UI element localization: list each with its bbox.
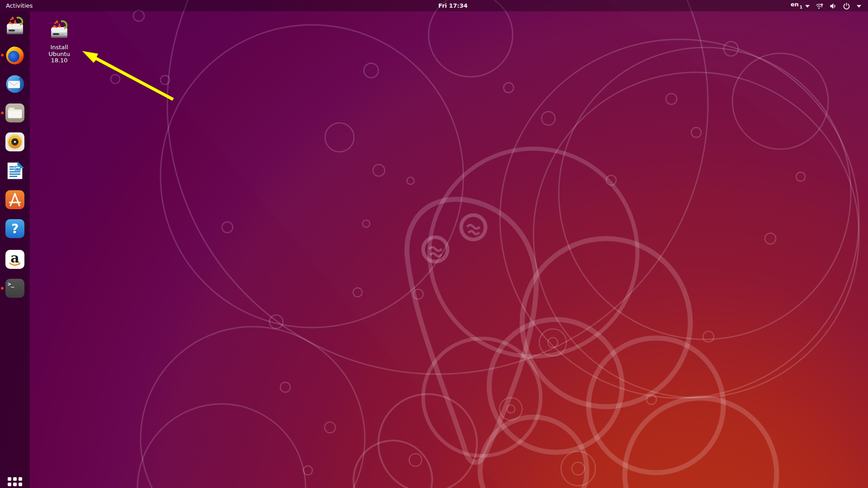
volume-icon[interactable] [829, 2, 837, 10]
ubuntu-software-icon [4, 189, 26, 211]
dock-item-thunderbird[interactable] [4, 73, 26, 95]
language-index: 1 [800, 1, 802, 13]
language-code: en [791, 0, 799, 10]
libreoffice-writer-icon [4, 160, 26, 182]
top-bar: Activities Fri 17:34 en1 ? [0, 0, 868, 11]
desktop-icon-install-ubuntu[interactable]: Install Ubuntu 18.10 [43, 19, 75, 64]
tray-chevron-down-icon[interactable] [856, 2, 862, 10]
rhythmbox-icon [4, 131, 26, 153]
amazon-icon [4, 249, 26, 270]
dock-item-firefox[interactable] [4, 44, 26, 66]
firefox-icon [4, 44, 26, 66]
svg-text:?: ? [821, 3, 823, 8]
app-grid-dot [19, 483, 22, 486]
dock-item-installer[interactable] [4, 15, 26, 37]
desktop-background[interactable] [0, 0, 868, 488]
app-grid-dot [13, 477, 17, 481]
show-applications-button[interactable] [8, 477, 22, 488]
app-grid-dot [8, 477, 11, 481]
running-indicator [1, 287, 4, 290]
system-tray: en1 ? [791, 0, 862, 12]
running-indicator [1, 54, 4, 56]
dock-item-software[interactable] [4, 189, 26, 211]
network-question-icon[interactable]: ? [816, 2, 823, 10]
thunderbird-icon [4, 73, 26, 95]
dock [0, 11, 30, 488]
files-icon [4, 102, 26, 124]
dock-item-files[interactable] [4, 102, 26, 124]
activities-button[interactable]: Activities [6, 0, 33, 12]
app-grid-dot [8, 483, 11, 486]
running-indicator [1, 112, 4, 114]
dock-item-rhythmbox[interactable] [4, 131, 26, 153]
clock[interactable]: Fri 17:34 [439, 0, 468, 12]
help-icon [4, 218, 26, 239]
app-grid-dot [19, 477, 22, 481]
desktop-icon-label: Install Ubuntu 18.10 [43, 44, 75, 64]
terminal-icon [4, 277, 26, 299]
dock-item-writer[interactable] [4, 160, 26, 182]
wallpaper-cuttlefish-art [0, 0, 868, 488]
ubuntu-installer-icon [4, 15, 26, 37]
language-caret-icon [805, 5, 810, 8]
dock-item-terminal[interactable] [4, 277, 26, 299]
dock-item-amazon[interactable] [4, 249, 26, 270]
power-icon[interactable] [843, 2, 850, 10]
ubuntu-installer-icon [48, 19, 70, 41]
language-indicator[interactable]: en1 [791, 0, 810, 13]
dock-item-help[interactable] [4, 218, 26, 239]
app-grid-dot [13, 483, 17, 486]
